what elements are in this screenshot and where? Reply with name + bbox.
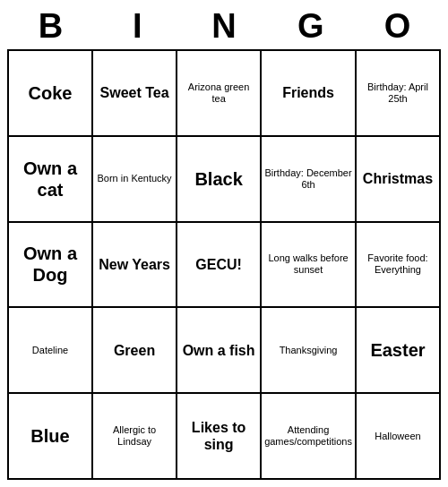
cell-text-21: Allergic to Lindsay: [96, 424, 173, 448]
bingo-cell-3: Friends: [262, 51, 357, 137]
header-i: I: [94, 7, 181, 46]
bingo-cell-16: Green: [93, 308, 177, 394]
cell-text-7: Black: [194, 168, 242, 190]
cell-text-18: Thanksgiving: [280, 345, 338, 356]
header-b: B: [7, 7, 94, 46]
bingo-cell-8: Birthday: December 6th: [262, 137, 357, 223]
cell-text-24: Halloween: [375, 431, 420, 442]
bingo-cell-15: Dateline: [9, 308, 93, 394]
cell-text-19: Easter: [370, 339, 425, 361]
cell-text-17: Own a fish: [183, 342, 255, 359]
bingo-cell-20: Blue: [9, 394, 93, 480]
bingo-cell-11: New Years: [93, 223, 177, 309]
bingo-cell-19: Easter: [357, 308, 441, 394]
bingo-cell-12: GECU!: [177, 223, 262, 309]
bingo-cell-23: Attending games/competitions: [262, 394, 357, 480]
bingo-cell-24: Halloween: [357, 394, 441, 480]
cell-text-2: Arizona green tea: [180, 81, 257, 105]
cell-text-1: Sweet Tea: [100, 84, 169, 101]
cell-text-15: Dateline: [32, 345, 68, 356]
bingo-cell-14: Favorite food: Everything: [357, 223, 441, 309]
header-n: N: [181, 7, 268, 46]
cell-text-6: Born in Kentucky: [97, 173, 171, 184]
bingo-cell-2: Arizona green tea: [177, 51, 262, 137]
cell-text-8: Birthday: December 6th: [264, 167, 352, 191]
bingo-cell-5: Own a cat: [9, 137, 93, 223]
cell-text-13: Long walks before sunset: [264, 252, 352, 276]
cell-text-0: Coke: [29, 82, 73, 104]
cell-text-22: Likes to sing: [180, 419, 257, 453]
cell-text-10: Own a Dog: [12, 243, 89, 286]
bingo-cell-10: Own a Dog: [9, 223, 93, 309]
bingo-cell-7: Black: [177, 137, 262, 223]
bingo-cell-18: Thanksgiving: [262, 308, 357, 394]
cell-text-11: New Years: [99, 256, 170, 273]
cell-text-20: Blue: [30, 425, 69, 447]
cell-text-12: GECU!: [195, 256, 242, 273]
bingo-cell-17: Own a fish: [177, 308, 262, 394]
bingo-cell-9: Christmas: [357, 137, 441, 223]
cell-text-14: Favorite food: Everything: [359, 252, 436, 276]
bingo-grid: CokeSweet TeaArizona green teaFriendsBir…: [7, 49, 441, 480]
cell-text-16: Green: [114, 342, 155, 359]
cell-text-4: Birthday: April 25th: [359, 81, 436, 105]
bingo-cell-21: Allergic to Lindsay: [93, 394, 177, 480]
cell-text-5: Own a cat: [12, 158, 89, 201]
bingo-cell-13: Long walks before sunset: [262, 223, 357, 309]
bingo-cell-1: Sweet Tea: [93, 51, 177, 137]
header-o: O: [354, 7, 441, 46]
bingo-header: B I N G O: [7, 7, 441, 46]
bingo-cell-6: Born in Kentucky: [93, 137, 177, 223]
bingo-cell-0: Coke: [9, 51, 93, 137]
bingo-cell-22: Likes to sing: [177, 394, 262, 480]
cell-text-3: Friends: [282, 84, 334, 101]
bingo-cell-4: Birthday: April 25th: [357, 51, 441, 137]
cell-text-23: Attending games/competitions: [264, 424, 352, 448]
cell-text-9: Christmas: [363, 170, 433, 187]
header-g: G: [267, 7, 354, 46]
